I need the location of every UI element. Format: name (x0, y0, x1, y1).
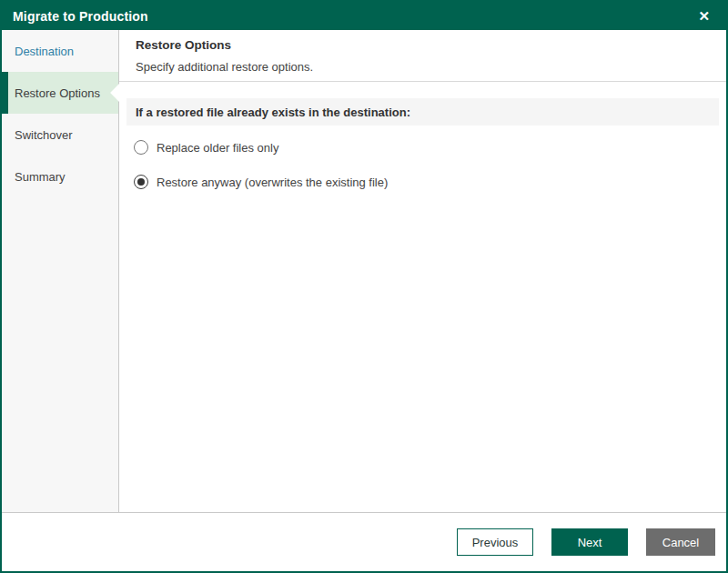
sidebar-item-label: Summary (15, 170, 66, 184)
close-icon[interactable]: ✕ (693, 7, 715, 25)
radio-button[interactable] (134, 140, 148, 155)
sidebar-item-label: Restore Options (15, 86, 100, 100)
option-replace-older[interactable]: Replace older files only (134, 140, 710, 155)
radio-button[interactable] (134, 175, 148, 189)
option-label: Replace older files only (157, 141, 278, 155)
previous-button[interactable]: Previous (457, 528, 533, 556)
step-title: Restore Options (136, 38, 710, 52)
content-panel: Restore Options Specify additional resto… (119, 30, 726, 512)
sidebar-item-label: Destination (15, 45, 74, 58)
sidebar-item-switchover[interactable]: Switchover (2, 114, 118, 156)
sidebar-item-restore-options[interactable]: Restore Options (2, 72, 118, 114)
sidebar-item-destination[interactable]: Destination (2, 30, 118, 72)
wizard-steps-sidebar: Destination Restore Options Switchover S… (2, 30, 119, 512)
sidebar-item-label: Switchover (15, 128, 73, 142)
footer-button-bar: Previous Next Cancel (2, 512, 726, 571)
cancel-button[interactable]: Cancel (646, 528, 715, 556)
main-area: Destination Restore Options Switchover S… (2, 30, 726, 512)
option-restore-anyway[interactable]: Restore anyway (overwrites the existing … (134, 175, 710, 189)
radio-group: Replace older files only Restore anyway … (119, 126, 726, 209)
title-bar: Migrate to Production ✕ (2, 2, 726, 30)
section-header: If a restored file already exists in the… (126, 98, 719, 126)
option-label: Restore anyway (overwrites the existing … (157, 176, 388, 189)
sidebar-item-summary[interactable]: Summary (2, 156, 118, 197)
next-button[interactable]: Next (551, 528, 628, 556)
window-title: Migrate to Production (13, 9, 148, 24)
wizard-dialog: Migrate to Production ✕ Destination Rest… (0, 0, 728, 573)
step-header: Restore Options Specify additional resto… (119, 30, 726, 82)
step-subtitle: Specify additional restore options. (136, 60, 710, 74)
